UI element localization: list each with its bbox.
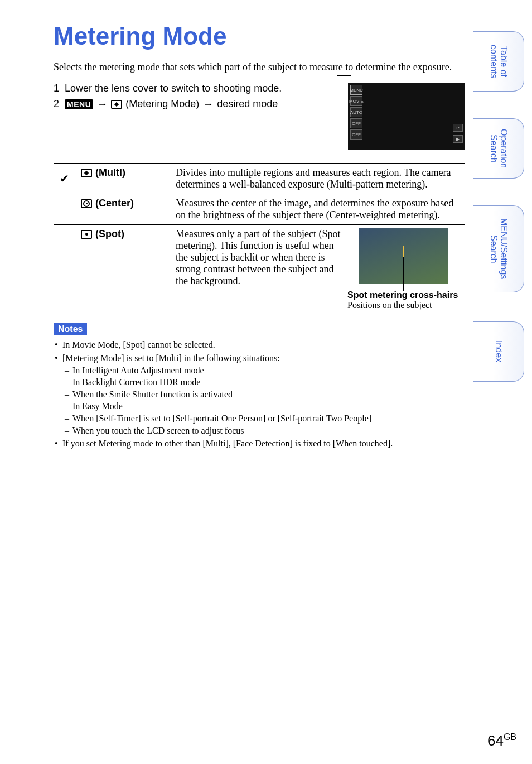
callout-line xyxy=(403,257,404,291)
list-item: In Backlight Correction HDR mode xyxy=(62,376,465,388)
screenshot-menu-icon: MENU xyxy=(350,85,362,95)
intro-text: Selects the metering mode that sets whic… xyxy=(54,60,465,74)
crosshair-icon xyxy=(403,246,404,257)
step-2: 2 MENU → (Metering Mode) → desired mode xyxy=(54,98,337,110)
spot-figure-sub: Positions on the subject xyxy=(347,300,432,310)
tab-table-of-contents[interactable]: Table of contents xyxy=(473,31,524,92)
mode-spot-cell: Measures only a part of the subject (Spo… xyxy=(170,225,465,314)
step-1: 1 Lower the lens cover to switch to shoo… xyxy=(54,83,337,94)
mode-spot-name: (Spot) xyxy=(75,225,170,314)
spot-figure-label: Spot metering cross-hairs xyxy=(347,290,458,300)
screenshot-flash-icon: AUTO xyxy=(350,107,362,117)
mode-multi-desc: Divides into multiple regions and measur… xyxy=(170,164,465,194)
page-number: 64GB xyxy=(487,732,516,749)
tab-index[interactable]: Index xyxy=(473,321,524,382)
screenshot-play-icon: ▶ xyxy=(453,135,463,143)
mode-center-desc: Measures the center of the image, and de… xyxy=(170,194,465,225)
modes-table: ✔ (Multi) Divides into multiple regions … xyxy=(54,163,465,314)
metering-multi-icon xyxy=(111,100,122,109)
step-2-mid: (Metering Mode) xyxy=(125,98,199,110)
screenshot-smile-icon: OFF xyxy=(350,129,362,140)
mode-center-name: (Center) xyxy=(75,194,170,225)
list-item: In Easy Mode xyxy=(62,400,465,412)
empty-cell xyxy=(54,225,75,314)
notes-sublist: In Intelligent Auto Adjustment mode In B… xyxy=(62,364,465,437)
step-2-number: 2 xyxy=(54,98,59,110)
checkmark-icon: ✔ xyxy=(54,164,75,194)
mode-spot-desc: Measures only a part of the subject (Spo… xyxy=(176,228,342,310)
table-row: (Center) Measures the center of the imag… xyxy=(54,194,465,225)
step-2-tail: desired mode xyxy=(217,98,278,110)
camera-screenshot: MENU MOVIE AUTO OFF OFF P ▶ xyxy=(348,83,465,150)
spot-metering-image xyxy=(359,228,448,284)
note-2-intro: [Metering Mode] is set to [Multi] in the… xyxy=(62,353,280,363)
empty-cell xyxy=(54,194,75,225)
tab-menu-settings-search[interactable]: MENU/Settings Search xyxy=(473,205,524,292)
mode-spot-label: (Spot) xyxy=(95,228,124,240)
page-title: Metering Mode xyxy=(54,22,465,50)
table-row: (Spot) Measures only a part of the subje… xyxy=(54,225,465,314)
menu-icon: MENU xyxy=(65,99,93,109)
mode-multi-label: (Multi) xyxy=(95,167,125,179)
notes-list: In Movie Mode, [Spot] cannot be selected… xyxy=(54,339,465,449)
arrow-right-icon: → xyxy=(96,98,108,110)
screenshot-movie-icon: MOVIE xyxy=(350,96,362,106)
list-item: In Intelligent Auto Adjustment mode xyxy=(62,364,465,377)
page-number-suffix: GB xyxy=(504,732,516,742)
list-item: When the Smile Shutter function is activ… xyxy=(62,388,465,401)
list-item: In Movie Mode, [Spot] cannot be selected… xyxy=(54,339,465,351)
screenshot-mode-p-icon: P xyxy=(453,124,463,132)
step-1-number: 1 xyxy=(54,83,59,94)
screenshot-timer-icon: OFF xyxy=(350,118,362,128)
list-item: [Metering Mode] is set to [Multi] in the… xyxy=(54,352,465,436)
notes-heading: Notes xyxy=(54,323,87,335)
step-1-text: Lower the lens cover to switch to shooti… xyxy=(65,83,282,94)
arrow-right-icon: → xyxy=(202,98,214,110)
mode-multi-name: (Multi) xyxy=(75,164,170,194)
table-row: ✔ (Multi) Divides into multiple regions … xyxy=(54,164,465,194)
metering-spot-icon xyxy=(81,230,92,239)
page-number-value: 64 xyxy=(487,732,504,749)
list-item: When [Self-Timer] is set to [Self-portra… xyxy=(62,412,465,425)
list-item: When you touch the LCD screen to adjust … xyxy=(62,425,465,437)
list-item: If you set Metering mode to other than [… xyxy=(54,438,465,450)
tab-operation-search[interactable]: Operation Search xyxy=(473,118,524,179)
callout-line xyxy=(351,76,351,83)
mode-center-label: (Center) xyxy=(95,198,134,209)
metering-multi-icon xyxy=(81,169,92,177)
metering-center-icon xyxy=(81,199,92,208)
